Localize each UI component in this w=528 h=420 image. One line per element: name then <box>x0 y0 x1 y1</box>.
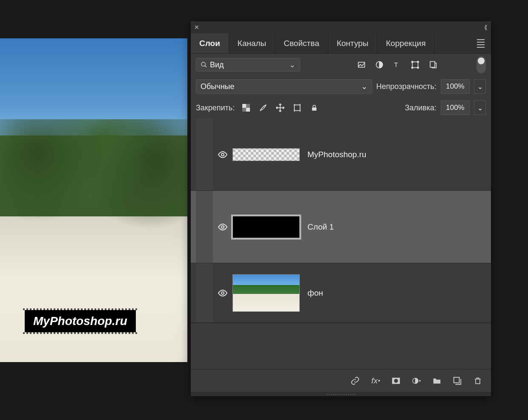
add-mask-icon[interactable] <box>391 376 401 385</box>
lock-artboard-icon[interactable] <box>293 103 302 112</box>
filter-dropdown-label: Вид <box>210 60 224 69</box>
svg-rect-30 <box>454 377 459 383</box>
tab-adjustments[interactable]: Коррекция <box>377 33 434 53</box>
layer-footer: fx▾ ▾ <box>191 369 491 392</box>
tab-layers[interactable]: Слои <box>191 33 229 53</box>
canvas-image: MyPhotoshop.ru <box>0 38 187 362</box>
tab-channels[interactable]: Каналы <box>229 33 275 53</box>
opacity-value[interactable]: 100% <box>441 79 470 94</box>
svg-point-26 <box>221 292 224 294</box>
layer-row[interactable]: фон <box>191 263 491 323</box>
link-layers-icon[interactable] <box>350 376 360 385</box>
lock-label: Закрепить: <box>196 104 235 112</box>
layer-gutter <box>196 191 213 263</box>
svg-rect-14 <box>246 104 250 108</box>
svg-point-25 <box>221 226 224 228</box>
svg-rect-10 <box>430 62 435 67</box>
lock-pixels-icon[interactable] <box>241 103 251 112</box>
filter-text-icon[interactable]: T <box>393 60 402 69</box>
chevron-down-icon: ⌄ <box>289 60 296 69</box>
collapse-icon[interactable]: ⟪ <box>484 24 488 31</box>
lock-brush-icon[interactable] <box>258 103 268 112</box>
svg-rect-5 <box>412 62 418 67</box>
filter-image-icon[interactable] <box>357 60 366 69</box>
panel-titlebar[interactable]: ✕ ⟪ <box>191 21 491 33</box>
svg-point-24 <box>221 153 224 156</box>
fill-label: Заливка: <box>405 104 436 112</box>
layer-name-label[interactable]: фон <box>307 288 323 298</box>
fill-value[interactable]: 100% <box>441 101 470 115</box>
canvas-watermark-text[interactable]: MyPhotoshop.ru <box>25 310 136 332</box>
blend-mode-value: Обычные <box>201 82 235 91</box>
new-layer-icon[interactable] <box>453 376 462 385</box>
fill-dropdown[interactable]: ⌄ <box>474 101 486 115</box>
blend-mode-dropdown[interactable]: Обычные ⌄ <box>196 79 372 94</box>
layer-name-label[interactable]: MyPhotoshop.ru <box>307 150 366 159</box>
svg-point-8 <box>412 67 413 68</box>
panel-menu-button[interactable] <box>471 33 491 53</box>
lock-all-icon[interactable] <box>310 103 319 112</box>
filter-type-dropdown[interactable]: Вид ⌄ <box>196 58 300 72</box>
new-group-icon[interactable] <box>432 376 442 385</box>
filter-shape-icon[interactable] <box>411 60 419 69</box>
visibility-eye-icon[interactable] <box>218 150 228 160</box>
filter-toggle[interactable] <box>476 56 486 73</box>
svg-rect-18 <box>295 105 300 110</box>
chevron-down-icon: ⌄ <box>361 82 367 91</box>
svg-point-0 <box>201 62 205 66</box>
layer-thumbnail[interactable] <box>232 274 300 312</box>
svg-rect-15 <box>242 108 246 112</box>
visibility-eye-icon[interactable] <box>218 222 228 232</box>
tab-paths[interactable]: Контуры <box>328 33 378 53</box>
layer-list[interactable]: MyPhotoshop.ru Слой 1 фон <box>191 118 491 369</box>
fx-icon[interactable]: fx▾ <box>371 376 380 385</box>
layer-name-label[interactable]: Слой 1 <box>307 222 334 232</box>
layer-thumbnail[interactable] <box>232 148 300 161</box>
lock-position-icon[interactable] <box>275 103 285 112</box>
svg-rect-13 <box>246 108 250 112</box>
canvas-area[interactable]: MyPhotoshop.ru <box>0 38 187 362</box>
panel-tabs: Слои Каналы Свойства Контуры Коррекция <box>191 33 491 54</box>
tab-properties[interactable]: Свойства <box>275 33 328 53</box>
palm-trees <box>0 119 187 233</box>
filter-smartobject-icon[interactable] <box>429 60 437 69</box>
layer-list-empty <box>191 323 491 334</box>
layers-panel: ✕ ⟪ Слои Каналы Свойства Контуры Коррекц… <box>191 21 491 396</box>
adjustment-layer-icon[interactable]: ▾ <box>412 376 421 385</box>
layer-row[interactable]: Слой 1 <box>191 191 491 263</box>
visibility-eye-icon[interactable] <box>218 288 228 298</box>
close-icon[interactable]: ✕ <box>194 24 199 31</box>
panel-resize-grip[interactable] <box>191 392 491 396</box>
layer-gutter <box>196 263 213 322</box>
svg-rect-12 <box>242 104 246 108</box>
lock-fill-row: Закрепить: Заливка: 100% ⌄ <box>191 97 491 118</box>
blend-opacity-row: Обычные ⌄ Непрозрачность: 100% ⌄ <box>191 76 491 97</box>
svg-point-28 <box>394 379 398 383</box>
layer-gutter <box>196 118 213 190</box>
search-icon <box>201 61 207 68</box>
svg-rect-23 <box>312 107 317 111</box>
filter-adjustment-icon[interactable] <box>375 60 384 69</box>
svg-point-7 <box>417 61 419 63</box>
hamburger-icon <box>477 39 485 48</box>
toggle-knob <box>478 58 485 64</box>
svg-point-6 <box>412 61 413 63</box>
opacity-dropdown[interactable]: ⌄ <box>474 79 486 94</box>
layer-filter-row: Вид ⌄ T <box>191 54 491 76</box>
svg-rect-2 <box>359 62 365 67</box>
layer-thumbnail[interactable] <box>232 216 300 238</box>
svg-text:T: T <box>394 61 398 68</box>
svg-point-9 <box>417 67 419 68</box>
svg-line-1 <box>205 66 207 67</box>
opacity-label: Непрозрачность: <box>376 82 436 91</box>
layer-row[interactable]: MyPhotoshop.ru <box>191 118 491 191</box>
delete-layer-icon[interactable] <box>473 376 482 385</box>
